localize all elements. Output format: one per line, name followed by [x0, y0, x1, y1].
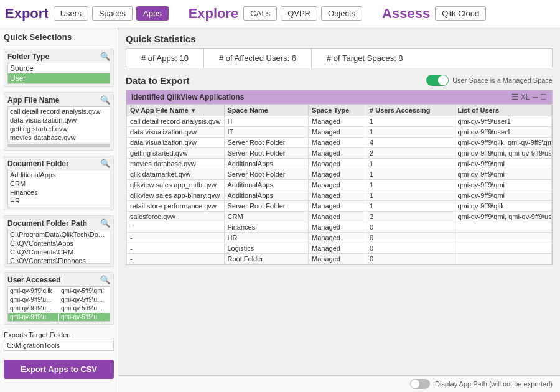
table-header-bar: Identified QlikView Applications ☰ XL ─ … — [126, 90, 552, 104]
table-wrapper: Identified QlikView Applications ☰ XL ─ … — [126, 90, 553, 265]
table-cell: 2 — [366, 148, 454, 159]
list-item[interactable]: Finances — [8, 188, 110, 197]
table-row: -FinancesManaged0 — [127, 222, 552, 233]
table-cell: - — [127, 222, 225, 233]
table-action-icons: ☰ XL ─ ☐ — [511, 93, 547, 101]
table-cell: call detail record analysis.qvw — [127, 116, 225, 127]
list-item[interactable]: getting started.qvw — [8, 124, 110, 133]
table-cell: Managed — [309, 169, 366, 180]
user-accessed-list[interactable]: qmi-qv-9ff9\qlik qmi-qv-5ff9\qmi qmi-qv-… — [7, 286, 110, 322]
list-item[interactable]: qmi-qv-5ff9\u... — [59, 304, 110, 312]
list-item[interactable]: C:\ProgramData\QlikTech\Docum... — [8, 230, 110, 239]
table-cell: salesforce.qvw — [127, 212, 225, 222]
table-maximize-icon[interactable]: ☐ — [540, 93, 547, 101]
table-row: retail store performance.qvwServer Root … — [127, 201, 552, 212]
table-row: -LogisticsManaged0 — [127, 243, 552, 254]
folder-type-search-icon[interactable]: 🔍 — [100, 52, 110, 61]
list-item[interactable]: qmi-qv-5ff9\u... — [59, 296, 110, 304]
table-cell: 0 — [366, 233, 454, 243]
assess-label: Assess — [382, 6, 430, 22]
table-cell: 0 — [366, 254, 454, 264]
managed-space-toggle[interactable] — [426, 75, 449, 86]
export-apps-button[interactable]: Export Apps to CSV — [4, 360, 114, 379]
list-item[interactable]: data visualization.qvw — [8, 116, 110, 124]
table-row: call detail record analysis.qvwITManaged… — [127, 116, 552, 127]
exports-target-input[interactable] — [4, 340, 114, 351]
list-item[interactable]: qmi-qv-5ff9\u... — [59, 313, 110, 321]
table-excel-icon[interactable]: XL — [521, 93, 530, 101]
table-cell: qmi-qv-9ff9\qlik — [454, 201, 552, 212]
table-cell: movies database.qvw — [127, 159, 225, 169]
folder-type-source[interactable]: Source — [8, 63, 110, 73]
list-item[interactable]: call detail record analysis.qvw — [8, 107, 110, 116]
table-cell: 1 — [366, 159, 454, 169]
table-row: data visualization.qvwServer Root Folder… — [127, 138, 552, 148]
table-cell: 1 — [366, 169, 454, 180]
table-cell: HR — [224, 233, 309, 243]
table-cell: 4 — [366, 138, 454, 148]
list-item[interactable]: C:\QVContents\Finances — [8, 256, 110, 264]
qvpr-button[interactable]: QVPR — [281, 6, 317, 21]
table-cell: Managed — [309, 201, 366, 212]
list-item[interactable]: qmi-qv-9ff9\u... — [8, 313, 58, 321]
list-item[interactable]: qmi-qv-9ff9\u... — [8, 304, 58, 312]
cals-button[interactable]: CALs — [243, 6, 277, 21]
list-item[interactable]: CRM — [8, 179, 110, 188]
list-item[interactable]: AdditionalApps — [8, 170, 110, 179]
table-cell: qmi-qv-9ff9\user1 — [454, 116, 552, 127]
table-cell: 0 — [366, 222, 454, 233]
main-layout: Quick Selections Folder Type 🔍 Source Us… — [0, 27, 560, 392]
table-cell: qmi-qv-9ff9\qlik, qmi-qv-9ff9\qmi, qmi-q… — [454, 138, 552, 148]
col-header-space-name: Space Name — [224, 105, 309, 116]
table-cell: Managed — [309, 243, 366, 254]
document-folder-path-section: Document Folder Path 🔍 C:\ProgramData\Ql… — [4, 215, 114, 267]
apps-button[interactable]: Apps — [136, 6, 169, 21]
display-path-toggle[interactable] — [410, 379, 430, 389]
table-cell: Managed — [309, 233, 366, 243]
users-button[interactable]: Users — [54, 6, 88, 21]
table-cell: qlikview sales app_mdb.qvw — [127, 180, 225, 190]
list-item[interactable]: qmi-qv-5ff9\qmi — [59, 287, 110, 295]
table-cell: Managed — [309, 212, 366, 222]
app-file-search-icon[interactable]: 🔍 — [100, 95, 110, 105]
list-item[interactable]: movies database.qvw — [8, 133, 110, 142]
right-panel: Quick Statistics # of Apps: 10 # of Affe… — [118, 27, 560, 375]
managed-space-label: User Space is a Managed Space — [452, 77, 553, 84]
document-folder-search-icon[interactable]: 🔍 — [100, 159, 110, 168]
qlik-cloud-button[interactable]: Qlik Cloud — [435, 6, 486, 21]
document-folder-path-list[interactable]: C:\ProgramData\QlikTech\Docum... C:\QVCo… — [7, 230, 110, 264]
user-accessed-search-icon[interactable]: 🔍 — [100, 275, 110, 284]
app-file-name-list[interactable]: call detail record analysis.qvw data vis… — [7, 106, 110, 142]
list-item[interactable]: HR — [8, 197, 110, 205]
left-panel: Quick Selections Folder Type 🔍 Source Us… — [0, 27, 118, 392]
list-item[interactable]: qmi-qv-9ff9\qlik — [8, 287, 58, 295]
table-cell: 0 — [366, 243, 454, 254]
explore-label: Explore — [189, 6, 239, 22]
table-cell: 1 — [366, 127, 454, 138]
data-export-section: Data to Export User Space is a Managed S… — [126, 75, 553, 265]
table-row: qlikview sales app_mdb.qvwAdditionalApps… — [127, 180, 552, 190]
spaces-button[interactable]: Spaces — [92, 6, 133, 21]
document-folder-header: Document Folder 🔍 — [7, 159, 110, 168]
table-cell: AdditionalApps — [224, 159, 309, 169]
app-file-name-label: App File Name — [7, 96, 59, 105]
list-item[interactable]: C:\QVContents\Apps — [8, 239, 110, 248]
table-cell: data visualization.qvw — [127, 127, 225, 138]
export-label: Export — [5, 6, 49, 22]
folder-type-user[interactable]: User — [8, 73, 110, 83]
stats-bar: # of Apps: 10 # of Affected Users: 6 # o… — [126, 48, 553, 68]
affected-users-stat: # of Affected Users: 6 — [204, 49, 312, 68]
table-copy-icon[interactable]: ☰ — [511, 93, 518, 101]
table-minimize-icon[interactable]: ─ — [532, 93, 538, 101]
list-item[interactable]: qmi-qv-9ff9\u... — [8, 296, 58, 304]
folder-path-search-icon[interactable]: 🔍 — [100, 218, 110, 228]
table-cell: 1 — [366, 180, 454, 190]
list-item[interactable]: IT — [8, 205, 110, 207]
table-cell: Finances — [224, 222, 309, 233]
list-item[interactable]: C:\QVContents\CRM — [8, 248, 110, 256]
table-cell: Managed — [309, 254, 366, 264]
table-cell: retail store performance.qvw — [127, 201, 225, 212]
objects-button[interactable]: Objects — [321, 6, 362, 21]
document-folder-list[interactable]: AdditionalApps CRM Finances HR IT — [7, 170, 110, 207]
table-row: getting started.qvwServer Root FolderMan… — [127, 148, 552, 159]
